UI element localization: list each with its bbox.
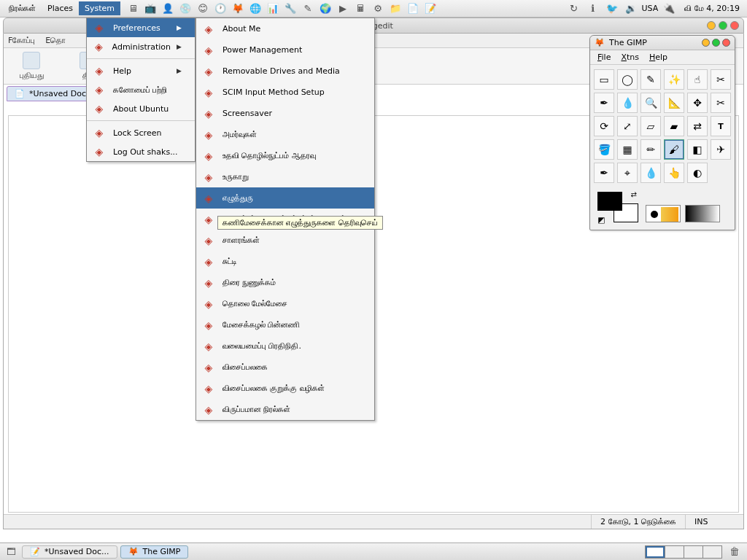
preferences-menu-item[interactable]: ◈வலையமைப்பு பிரதிநிதி. (196, 335, 374, 357)
preferences-menu-item[interactable]: ◈திரை நுணுக்கம் (196, 272, 374, 293)
measure-tool-icon[interactable]: 📐 (664, 93, 684, 113)
system-menu-item[interactable]: ◈கனோமைப் பற்றி (87, 80, 195, 99)
smudge-tool-icon[interactable]: 👆 (664, 163, 684, 183)
launcher-icon[interactable]: 📄 (405, 1, 421, 16)
swap-colors-icon[interactable]: ⇄ (631, 190, 637, 198)
preferences-menu-item[interactable]: ◈மேசைக்கழல் பின்னணி (196, 314, 374, 335)
launcher-icon[interactable]: 🌐 (247, 1, 263, 16)
preferences-menu-item[interactable]: ◈தொலை மேல்மேசை (196, 293, 374, 314)
maximize-button[interactable] (719, 21, 727, 30)
system-menu-item[interactable]: ◈Preferences▶ (87, 18, 195, 37)
keyboard-indicator[interactable]: USA (642, 4, 659, 13)
clock[interactable]: வி மே 4, 20:19 (680, 4, 744, 13)
flip-tool-icon[interactable]: ⇄ (687, 116, 708, 136)
system-menu-item[interactable]: ◈Administration▶ (87, 37, 195, 56)
preferences-menu-item[interactable]: ◈விசைப்பலகை (196, 357, 374, 378)
crop-tool-icon[interactable]: ✂ (711, 93, 731, 113)
tool-new[interactable]: புதியது (9, 52, 53, 80)
launcher-icon[interactable]: 🕐 (212, 1, 228, 16)
workspace-switcher[interactable] (645, 545, 722, 559)
preferences-menu-item[interactable]: ◈எழுத்துரு (196, 187, 374, 209)
taskbar-entry[interactable]: 📝*Unsaved Doc... (22, 545, 117, 559)
pencil-tool-icon[interactable]: ✏ (640, 139, 661, 160)
zoom-tool-icon[interactable]: 🔍 (640, 93, 661, 113)
rotate-tool-icon[interactable]: ⟳ (594, 116, 614, 136)
preferences-menu-item[interactable]: ◈விசைப்பலகை குறுக்கு வழிகள் (196, 378, 374, 399)
launcher-icon[interactable]: 💿 (177, 1, 193, 16)
panel-menu-apps[interactable]: நிரல்கள் (3, 1, 42, 15)
system-menu-item[interactable]: ◈Log Out shaks... (87, 142, 195, 161)
preferences-menu-item[interactable]: ◈உருகாறு (196, 166, 374, 187)
panel-menu-system[interactable]: System (79, 1, 120, 15)
gimp-titlebar[interactable]: 🦊 The GIMP (590, 36, 735, 50)
close-button[interactable] (730, 21, 739, 30)
tray-icon[interactable]: ℹ (585, 1, 601, 16)
preferences-menu-item[interactable]: ◈Power Management (196, 39, 374, 61)
fg-bg-color[interactable]: ⇄ ◩ (597, 192, 638, 222)
gedit-menu-edit[interactable]: Eதொ (45, 36, 66, 45)
ink-tool-icon[interactable]: ✒ (594, 163, 614, 183)
active-gradient-indicator[interactable] (685, 205, 720, 222)
perspective-tool-icon[interactable]: ▰ (664, 116, 684, 136)
launcher-icon[interactable]: ▶ (335, 1, 351, 16)
free-select-tool-icon[interactable]: ✎ (640, 69, 661, 90)
show-desktop-button[interactable]: 🗔 (3, 545, 19, 559)
scissors-tool-icon[interactable]: ✂ (711, 69, 731, 90)
fuzzy-select-tool-icon[interactable]: ✨ (664, 69, 684, 90)
gimp-menu-file[interactable]: File (597, 52, 611, 62)
panel-menu-places[interactable]: Places (42, 1, 79, 15)
ellipse-select-tool-icon[interactable]: ◯ (617, 69, 638, 90)
default-colors-icon[interactable]: ◩ (597, 215, 606, 224)
launcher-icon[interactable]: 🌍 (317, 1, 333, 16)
blend-tool-icon[interactable]: ▦ (617, 139, 638, 160)
minimize-button[interactable] (707, 21, 716, 30)
system-menu-item[interactable]: ◈Lock Screen (87, 123, 195, 142)
launcher-icon[interactable]: 🦊 (230, 1, 246, 16)
preferences-menu-item[interactable]: ◈About Me (196, 18, 374, 39)
minimize-button[interactable] (702, 39, 710, 47)
maximize-button[interactable] (712, 39, 720, 47)
launcher-icon[interactable]: 📝 (422, 1, 438, 16)
preferences-menu-item[interactable]: ◈சாளரங்கள் (196, 230, 374, 251)
color-picker-tool-icon[interactable]: 💧 (617, 93, 638, 113)
dodge-tool-icon[interactable]: ◐ (687, 163, 708, 183)
preferences-menu-item[interactable]: ◈விருப்பமான நிரல்கள் (196, 399, 374, 420)
system-menu-item[interactable]: ◈About Ubuntu (87, 99, 195, 118)
move-tool-icon[interactable]: ✥ (687, 93, 708, 113)
eraser-tool-icon[interactable]: ◧ (687, 139, 708, 160)
close-button[interactable] (722, 39, 730, 47)
preferences-menu-item[interactable]: ◈Removable Drives and Media (196, 61, 374, 82)
volume-icon[interactable]: 🔉 (623, 1, 639, 16)
launcher-icon[interactable]: 📺 (142, 1, 158, 16)
launcher-icon[interactable]: ⚙ (370, 1, 386, 16)
scale-tool-icon[interactable]: ⤢ (617, 116, 638, 136)
launcher-icon[interactable]: 🖩 (352, 1, 368, 16)
preferences-menu-item[interactable]: ◈Screensaver (196, 103, 374, 124)
system-menu-item[interactable]: ◈Help▶ (87, 61, 195, 80)
active-brush-indicator[interactable] (646, 205, 681, 222)
shear-tool-icon[interactable]: ▱ (640, 116, 661, 136)
gedit-menu-file[interactable]: Fகோப்பு (8, 36, 35, 45)
launcher-icon[interactable]: ✎ (300, 1, 316, 16)
fg-color-swatch[interactable] (597, 192, 622, 211)
bucket-fill-tool-icon[interactable]: 🪣 (594, 139, 614, 160)
text-tool-icon[interactable]: T (711, 116, 731, 136)
preferences-menu-item[interactable]: ◈அமர்வுகள் (196, 124, 374, 145)
launcher-icon[interactable]: 😊 (195, 1, 211, 16)
launcher-icon[interactable]: 📊 (265, 1, 281, 16)
launcher-icon[interactable]: 📁 (387, 1, 403, 16)
paintbrush-tool-icon[interactable]: 🖌 (664, 139, 684, 160)
tray-icon[interactable]: ↻ (566, 1, 582, 16)
tray-icon[interactable]: 🐦 (604, 1, 620, 16)
preferences-menu-item[interactable]: ◈SCIM Input Method Setup (196, 82, 374, 103)
gimp-menu-help[interactable]: Help (649, 52, 667, 62)
paths-tool-icon[interactable]: ✒ (594, 93, 614, 113)
clone-tool-icon[interactable]: ⌖ (617, 163, 638, 183)
preferences-menu-item[interactable]: ◈சுட்டி (196, 251, 374, 272)
trash-icon[interactable]: 🗑 (729, 545, 744, 559)
blur-tool-icon[interactable]: 💧 (640, 163, 661, 183)
preferences-menu-item[interactable]: ◈உதவி தொழில்நுட்பம் ஆதரவு (196, 145, 374, 166)
rect-select-tool-icon[interactable]: ▭ (594, 69, 614, 90)
launcher-icon[interactable]: 👤 (160, 1, 176, 16)
by-color-select-tool-icon[interactable]: ☝ (687, 69, 708, 90)
